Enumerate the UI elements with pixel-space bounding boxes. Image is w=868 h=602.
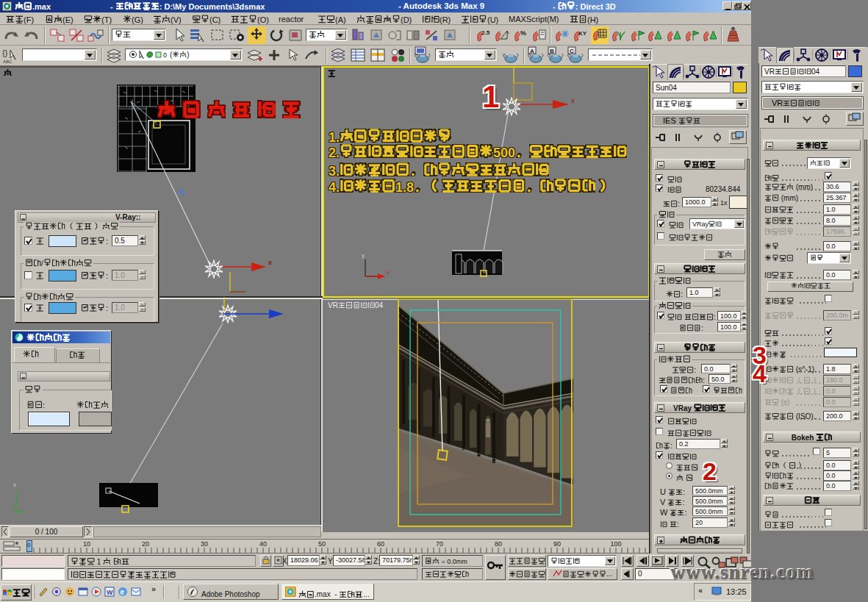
svg-text:A: A	[530, 48, 534, 54]
svg-text:%: %	[520, 29, 526, 37]
svg-text:60: 60	[377, 540, 384, 548]
svg-text:0: 0	[163, 51, 167, 59]
svg-text:10: 10	[83, 540, 90, 548]
svg-text:50: 50	[318, 540, 326, 548]
svg-text:z: z	[13, 481, 16, 488]
svg-text:y: y	[362, 252, 365, 259]
svg-text:x: x	[571, 97, 575, 104]
svg-text:2.5: 2.5	[481, 29, 490, 36]
svg-text:e: e	[121, 588, 125, 596]
svg-text:C: C	[570, 48, 574, 54]
svg-text:70: 70	[436, 540, 443, 548]
svg-text:W: W	[107, 589, 113, 596]
svg-text:30: 30	[201, 540, 208, 548]
svg-text:x: x	[387, 269, 390, 276]
svg-text:x: x	[268, 259, 272, 266]
svg-text:ABC: ABC	[3, 60, 12, 64]
svg-text:B: B	[550, 48, 554, 54]
svg-text:{}: {}	[2, 49, 8, 57]
svg-text:90: 90	[553, 540, 561, 548]
svg-text:KY: KY	[578, 30, 587, 37]
svg-text:20: 20	[142, 540, 149, 548]
svg-text:80: 80	[495, 540, 502, 548]
svg-text:40: 40	[259, 540, 267, 548]
svg-text:100: 100	[610, 540, 621, 548]
